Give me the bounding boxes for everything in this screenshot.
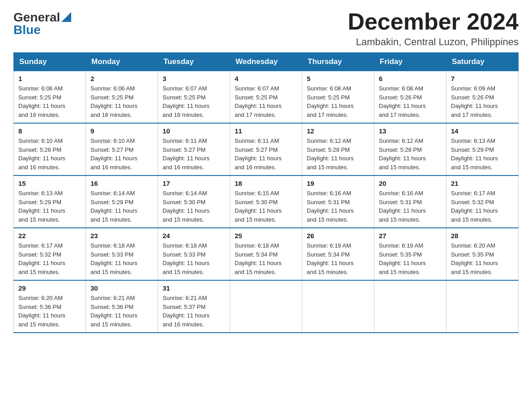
calendar-cell: 21 Sunrise: 6:17 AMSunset: 5:32 PMDaylig… xyxy=(446,176,519,228)
day-number: 11 xyxy=(235,127,297,135)
calendar-cell: 15 Sunrise: 6:13 AMSunset: 5:29 PMDaylig… xyxy=(14,176,86,228)
day-number: 25 xyxy=(235,232,297,240)
calendar-cell: 31 Sunrise: 6:21 AMSunset: 5:37 PMDaylig… xyxy=(158,280,230,333)
day-number: 30 xyxy=(90,284,153,292)
day-number: 31 xyxy=(163,284,225,292)
day-number: 15 xyxy=(18,180,81,187)
calendar-cell: 16 Sunrise: 6:14 AMSunset: 5:29 PMDaylig… xyxy=(86,176,158,228)
day-info: Sunrise: 6:11 AMSunset: 5:27 PMDaylight:… xyxy=(235,137,297,171)
calendar-cell: 23 Sunrise: 6:18 AMSunset: 5:33 PMDaylig… xyxy=(86,228,158,280)
day-info: Sunrise: 6:20 AMSunset: 5:36 PMDaylight:… xyxy=(18,294,81,329)
calendar-week-5: 29 Sunrise: 6:20 AMSunset: 5:36 PMDaylig… xyxy=(14,280,519,333)
calendar-cell: 12 Sunrise: 6:12 AMSunset: 5:28 PMDaylig… xyxy=(302,123,374,176)
col-header-friday: Friday xyxy=(374,53,446,71)
day-number: 14 xyxy=(451,127,514,135)
day-number: 21 xyxy=(451,180,514,187)
logo-triangle-icon xyxy=(61,12,71,22)
calendar-cell: 4 Sunrise: 6:07 AMSunset: 5:25 PMDayligh… xyxy=(230,71,302,124)
day-number: 27 xyxy=(379,232,442,240)
calendar-cell: 9 Sunrise: 6:10 AMSunset: 5:27 PMDayligh… xyxy=(86,123,158,176)
calendar-cell: 3 Sunrise: 6:07 AMSunset: 5:25 PMDayligh… xyxy=(158,71,230,124)
day-info: Sunrise: 6:06 AMSunset: 5:25 PMDaylight:… xyxy=(18,84,81,119)
col-header-monday: Monday xyxy=(86,53,158,71)
calendar-cell: 11 Sunrise: 6:11 AMSunset: 5:27 PMDaylig… xyxy=(230,123,302,176)
calendar-cell xyxy=(446,280,519,333)
day-info: Sunrise: 6:09 AMSunset: 5:26 PMDaylight:… xyxy=(451,84,514,119)
day-info: Sunrise: 6:08 AMSunset: 5:26 PMDaylight:… xyxy=(379,84,442,119)
day-number: 6 xyxy=(379,75,442,82)
day-info: Sunrise: 6:21 AMSunset: 5:36 PMDaylight:… xyxy=(90,294,153,329)
calendar-cell: 18 Sunrise: 6:15 AMSunset: 5:30 PMDaylig… xyxy=(230,176,302,228)
day-number: 20 xyxy=(379,180,442,187)
col-header-saturday: Saturday xyxy=(446,53,519,71)
calendar-header: SundayMondayTuesdayWednesdayThursdayFrid… xyxy=(14,53,519,71)
day-number: 19 xyxy=(307,180,369,187)
calendar-cell: 20 Sunrise: 6:16 AMSunset: 5:31 PMDaylig… xyxy=(374,176,446,228)
day-info: Sunrise: 6:12 AMSunset: 5:28 PMDaylight:… xyxy=(307,137,369,171)
calendar-cell xyxy=(230,280,302,333)
day-number: 2 xyxy=(90,75,153,82)
day-number: 10 xyxy=(163,127,225,135)
day-info: Sunrise: 6:14 AMSunset: 5:29 PMDaylight:… xyxy=(90,189,153,224)
calendar-cell: 29 Sunrise: 6:20 AMSunset: 5:36 PMDaylig… xyxy=(14,280,86,333)
calendar-cell: 17 Sunrise: 6:14 AMSunset: 5:30 PMDaylig… xyxy=(158,176,230,228)
col-header-thursday: Thursday xyxy=(302,53,374,71)
calendar-cell: 13 Sunrise: 6:12 AMSunset: 5:28 PMDaylig… xyxy=(374,123,446,176)
calendar-cell: 8 Sunrise: 6:10 AMSunset: 5:26 PMDayligh… xyxy=(14,123,86,176)
day-info: Sunrise: 6:20 AMSunset: 5:35 PMDaylight:… xyxy=(451,241,514,276)
day-info: Sunrise: 6:19 AMSunset: 5:35 PMDaylight:… xyxy=(379,241,442,276)
title-area: December 2024 Lambakin, Central Luzon, P… xyxy=(348,9,519,48)
day-number: 22 xyxy=(18,232,81,240)
day-info: Sunrise: 6:13 AMSunset: 5:29 PMDaylight:… xyxy=(18,189,81,224)
calendar-cell: 6 Sunrise: 6:08 AMSunset: 5:26 PMDayligh… xyxy=(374,71,446,124)
day-info: Sunrise: 6:16 AMSunset: 5:31 PMDaylight:… xyxy=(379,189,442,224)
day-number: 23 xyxy=(90,232,153,240)
col-header-wednesday: Wednesday xyxy=(230,53,302,71)
day-number: 17 xyxy=(163,180,225,187)
calendar-cell: 10 Sunrise: 6:11 AMSunset: 5:27 PMDaylig… xyxy=(158,123,230,176)
calendar-cell: 14 Sunrise: 6:13 AMSunset: 5:29 PMDaylig… xyxy=(446,123,519,176)
day-number: 24 xyxy=(163,232,225,240)
logo-general: General xyxy=(13,11,60,24)
day-number: 5 xyxy=(307,75,369,82)
day-info: Sunrise: 6:15 AMSunset: 5:30 PMDaylight:… xyxy=(235,189,297,224)
day-number: 12 xyxy=(307,127,369,135)
day-info: Sunrise: 6:08 AMSunset: 5:25 PMDaylight:… xyxy=(307,84,369,119)
day-number: 7 xyxy=(451,75,514,82)
day-info: Sunrise: 6:17 AMSunset: 5:32 PMDaylight:… xyxy=(18,241,81,276)
day-info: Sunrise: 6:07 AMSunset: 5:25 PMDaylight:… xyxy=(235,84,297,119)
day-info: Sunrise: 6:11 AMSunset: 5:27 PMDaylight:… xyxy=(163,137,225,171)
calendar-week-3: 15 Sunrise: 6:13 AMSunset: 5:29 PMDaylig… xyxy=(14,176,519,228)
location-title: Lambakin, Central Luzon, Philippines xyxy=(348,36,519,48)
calendar-cell xyxy=(302,280,374,333)
calendar-cell: 25 Sunrise: 6:18 AMSunset: 5:34 PMDaylig… xyxy=(230,228,302,280)
calendar-cell: 26 Sunrise: 6:19 AMSunset: 5:34 PMDaylig… xyxy=(302,228,374,280)
day-number: 29 xyxy=(18,284,81,292)
month-title: December 2024 xyxy=(348,9,519,34)
calendar-cell: 24 Sunrise: 6:18 AMSunset: 5:33 PMDaylig… xyxy=(158,228,230,280)
day-info: Sunrise: 6:21 AMSunset: 5:37 PMDaylight:… xyxy=(163,294,225,329)
day-number: 13 xyxy=(379,127,442,135)
day-info: Sunrise: 6:16 AMSunset: 5:31 PMDaylight:… xyxy=(307,189,369,224)
day-info: Sunrise: 6:19 AMSunset: 5:34 PMDaylight:… xyxy=(307,241,369,276)
calendar-cell: 22 Sunrise: 6:17 AMSunset: 5:32 PMDaylig… xyxy=(14,228,86,280)
day-number: 28 xyxy=(451,232,514,240)
day-info: Sunrise: 6:17 AMSunset: 5:32 PMDaylight:… xyxy=(451,189,514,224)
day-info: Sunrise: 6:06 AMSunset: 5:25 PMDaylight:… xyxy=(90,84,153,119)
day-info: Sunrise: 6:13 AMSunset: 5:29 PMDaylight:… xyxy=(451,137,514,171)
calendar-cell: 1 Sunrise: 6:06 AMSunset: 5:25 PMDayligh… xyxy=(14,71,86,124)
day-number: 4 xyxy=(235,75,297,82)
calendar-table: SundayMondayTuesdayWednesdayThursdayFrid… xyxy=(13,52,519,333)
calendar-cell: 27 Sunrise: 6:19 AMSunset: 5:35 PMDaylig… xyxy=(374,228,446,280)
day-number: 18 xyxy=(235,180,297,187)
day-info: Sunrise: 6:18 AMSunset: 5:34 PMDaylight:… xyxy=(235,241,297,276)
calendar-cell: 28 Sunrise: 6:20 AMSunset: 5:35 PMDaylig… xyxy=(446,228,519,280)
col-header-tuesday: Tuesday xyxy=(158,53,230,71)
svg-marker-0 xyxy=(61,12,71,22)
day-number: 9 xyxy=(90,127,153,135)
day-info: Sunrise: 6:10 AMSunset: 5:27 PMDaylight:… xyxy=(90,137,153,171)
calendar-cell xyxy=(374,280,446,333)
day-info: Sunrise: 6:18 AMSunset: 5:33 PMDaylight:… xyxy=(163,241,225,276)
day-number: 3 xyxy=(163,75,225,82)
day-info: Sunrise: 6:10 AMSunset: 5:26 PMDaylight:… xyxy=(18,137,81,171)
